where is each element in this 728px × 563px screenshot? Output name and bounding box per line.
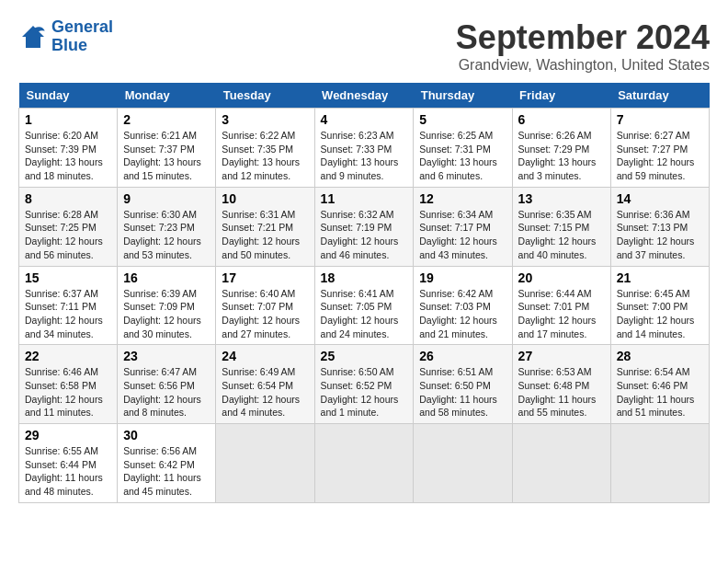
calendar-cell: 26Sunrise: 6:51 AMSunset: 6:50 PMDayligh…	[414, 345, 512, 424]
calendar-cell: 5Sunrise: 6:25 AMSunset: 7:31 PMDaylight…	[414, 109, 512, 188]
calendar-cell: 28Sunrise: 6:54 AMSunset: 6:46 PMDayligh…	[610, 345, 709, 424]
day-info: Sunrise: 6:22 AMSunset: 7:35 PMDaylight:…	[222, 129, 308, 183]
day-info: Sunrise: 6:54 AMSunset: 6:46 PMDaylight:…	[617, 365, 703, 419]
column-header-thursday: Thursday	[414, 83, 512, 109]
day-number: 15	[25, 270, 111, 285]
day-number: 2	[123, 112, 210, 127]
day-number: 24	[222, 349, 308, 363]
page-header: General Blue September 2024 Grandview, W…	[18, 18, 710, 74]
day-number: 25	[321, 349, 408, 363]
column-header-monday: Monday	[118, 83, 216, 109]
calendar-cell: 10Sunrise: 6:31 AMSunset: 7:21 PMDayligh…	[216, 187, 314, 266]
day-number: 7	[617, 112, 703, 127]
day-info: Sunrise: 6:25 AMSunset: 7:31 PMDaylight:…	[419, 129, 506, 183]
month-title: September 2024	[456, 18, 710, 57]
calendar-cell	[610, 424, 709, 503]
day-info: Sunrise: 6:21 AMSunset: 7:37 PMDaylight:…	[123, 129, 210, 183]
week-row-4: 22Sunrise: 6:46 AMSunset: 6:58 PMDayligh…	[19, 345, 710, 424]
calendar-cell: 4Sunrise: 6:23 AMSunset: 7:33 PMDaylight…	[314, 109, 414, 188]
column-header-saturday: Saturday	[610, 83, 709, 109]
day-number: 28	[617, 349, 703, 363]
calendar-header-row: SundayMondayTuesdayWednesdayThursdayFrid…	[19, 83, 710, 109]
day-info: Sunrise: 6:32 AMSunset: 7:19 PMDaylight:…	[321, 208, 408, 262]
location: Grandview, Washington, United States	[456, 57, 710, 74]
calendar-cell: 9Sunrise: 6:30 AMSunset: 7:23 PMDaylight…	[118, 187, 216, 266]
column-header-friday: Friday	[512, 83, 610, 109]
day-info: Sunrise: 6:36 AMSunset: 7:13 PMDaylight:…	[617, 208, 703, 262]
day-info: Sunrise: 6:55 AMSunset: 6:44 PMDaylight:…	[25, 444, 111, 499]
calendar-cell: 19Sunrise: 6:42 AMSunset: 7:03 PMDayligh…	[414, 266, 512, 345]
day-number: 26	[419, 349, 506, 363]
week-row-5: 29Sunrise: 6:55 AMSunset: 6:44 PMDayligh…	[19, 424, 710, 503]
day-number: 6	[518, 112, 605, 127]
day-info: Sunrise: 6:37 AMSunset: 7:11 PMDaylight:…	[25, 287, 111, 341]
day-info: Sunrise: 6:49 AMSunset: 6:54 PMDaylight:…	[222, 365, 308, 419]
calendar-cell	[216, 424, 314, 503]
calendar-cell: 11Sunrise: 6:32 AMSunset: 7:19 PMDayligh…	[314, 187, 414, 266]
calendar-cell: 8Sunrise: 6:28 AMSunset: 7:25 PMDaylight…	[19, 187, 118, 266]
day-info: Sunrise: 6:45 AMSunset: 7:00 PMDaylight:…	[617, 287, 703, 341]
title-block: September 2024 Grandview, Washington, Un…	[456, 18, 710, 74]
week-row-1: 1Sunrise: 6:20 AMSunset: 7:39 PMDaylight…	[19, 109, 710, 188]
day-number: 20	[518, 270, 605, 285]
column-header-wednesday: Wednesday	[314, 83, 414, 109]
day-info: Sunrise: 6:26 AMSunset: 7:29 PMDaylight:…	[518, 129, 605, 183]
calendar-cell: 22Sunrise: 6:46 AMSunset: 6:58 PMDayligh…	[19, 345, 118, 424]
day-info: Sunrise: 6:35 AMSunset: 7:15 PMDaylight:…	[518, 208, 605, 262]
column-header-tuesday: Tuesday	[216, 83, 314, 109]
column-header-sunday: Sunday	[19, 83, 118, 109]
day-info: Sunrise: 6:27 AMSunset: 7:27 PMDaylight:…	[617, 129, 703, 183]
day-info: Sunrise: 6:34 AMSunset: 7:17 PMDaylight:…	[419, 208, 506, 262]
day-info: Sunrise: 6:30 AMSunset: 7:23 PMDaylight:…	[123, 208, 210, 262]
logo: General Blue	[18, 18, 113, 55]
day-number: 23	[123, 349, 210, 363]
day-info: Sunrise: 6:53 AMSunset: 6:48 PMDaylight:…	[518, 365, 605, 419]
day-number: 19	[419, 270, 506, 285]
logo-icon	[18, 22, 48, 52]
calendar-cell	[314, 424, 414, 503]
calendar-cell: 23Sunrise: 6:47 AMSunset: 6:56 PMDayligh…	[118, 345, 216, 424]
day-number: 9	[123, 191, 210, 206]
calendar-cell: 7Sunrise: 6:27 AMSunset: 7:27 PMDaylight…	[610, 109, 709, 188]
calendar-cell: 29Sunrise: 6:55 AMSunset: 6:44 PMDayligh…	[19, 424, 118, 503]
calendar-cell: 20Sunrise: 6:44 AMSunset: 7:01 PMDayligh…	[512, 266, 610, 345]
calendar-cell: 2Sunrise: 6:21 AMSunset: 7:37 PMDaylight…	[118, 109, 216, 188]
day-number: 12	[419, 191, 506, 206]
day-info: Sunrise: 6:44 AMSunset: 7:01 PMDaylight:…	[518, 287, 605, 341]
day-info: Sunrise: 6:39 AMSunset: 7:09 PMDaylight:…	[123, 287, 210, 341]
day-info: Sunrise: 6:42 AMSunset: 7:03 PMDaylight:…	[419, 287, 506, 341]
calendar-cell: 30Sunrise: 6:56 AMSunset: 6:42 PMDayligh…	[118, 424, 216, 503]
day-number: 11	[321, 191, 408, 206]
day-info: Sunrise: 6:40 AMSunset: 7:07 PMDaylight:…	[222, 287, 308, 341]
day-number: 5	[419, 112, 506, 127]
calendar-body: 1Sunrise: 6:20 AMSunset: 7:39 PMDaylight…	[19, 109, 710, 503]
calendar-cell: 15Sunrise: 6:37 AMSunset: 7:11 PMDayligh…	[19, 266, 118, 345]
calendar-cell: 17Sunrise: 6:40 AMSunset: 7:07 PMDayligh…	[216, 266, 314, 345]
day-info: Sunrise: 6:50 AMSunset: 6:52 PMDaylight:…	[321, 365, 408, 419]
week-row-2: 8Sunrise: 6:28 AMSunset: 7:25 PMDaylight…	[19, 187, 710, 266]
day-number: 13	[518, 191, 605, 206]
calendar-cell: 24Sunrise: 6:49 AMSunset: 6:54 PMDayligh…	[216, 345, 314, 424]
day-number: 16	[123, 270, 210, 285]
calendar-table: SundayMondayTuesdayWednesdayThursdayFrid…	[18, 83, 710, 503]
calendar-cell: 1Sunrise: 6:20 AMSunset: 7:39 PMDaylight…	[19, 109, 118, 188]
day-info: Sunrise: 6:56 AMSunset: 6:42 PMDaylight:…	[123, 444, 210, 499]
calendar-cell: 25Sunrise: 6:50 AMSunset: 6:52 PMDayligh…	[314, 345, 414, 424]
calendar-cell: 16Sunrise: 6:39 AMSunset: 7:09 PMDayligh…	[118, 266, 216, 345]
calendar-cell: 21Sunrise: 6:45 AMSunset: 7:00 PMDayligh…	[610, 266, 709, 345]
day-info: Sunrise: 6:23 AMSunset: 7:33 PMDaylight:…	[321, 129, 408, 183]
day-number: 10	[222, 191, 308, 206]
day-number: 4	[321, 112, 408, 127]
day-number: 18	[321, 270, 408, 285]
day-number: 29	[25, 428, 111, 442]
calendar-cell	[414, 424, 512, 503]
day-info: Sunrise: 6:28 AMSunset: 7:25 PMDaylight:…	[25, 208, 111, 262]
day-info: Sunrise: 6:47 AMSunset: 6:56 PMDaylight:…	[123, 365, 210, 419]
calendar-cell: 3Sunrise: 6:22 AMSunset: 7:35 PMDaylight…	[216, 109, 314, 188]
day-number: 1	[25, 112, 111, 127]
day-number: 3	[222, 112, 308, 127]
day-number: 27	[518, 349, 605, 363]
calendar-cell	[512, 424, 610, 503]
day-info: Sunrise: 6:31 AMSunset: 7:21 PMDaylight:…	[222, 208, 308, 262]
calendar-cell: 27Sunrise: 6:53 AMSunset: 6:48 PMDayligh…	[512, 345, 610, 424]
